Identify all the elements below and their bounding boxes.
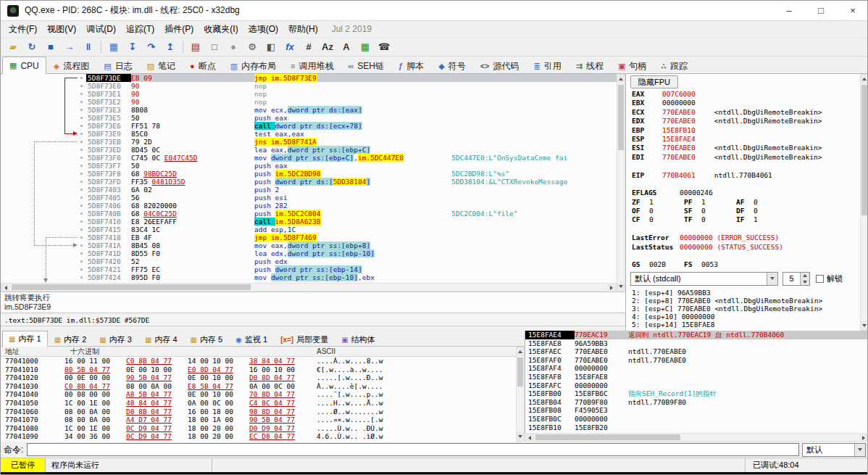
stack-row[interactable]: 15E8FAE4770EAC19返回到 ntdll.770EAC19 自 ntd… (525, 331, 868, 339)
dump-row[interactable]: 770410501C 00 1E 0048 84 04 770A 00 0C 0… (1, 399, 525, 408)
disasm-row[interactable]: 5D8F73ED8D45 0Clea eax,dword ptr ss:[ebp… (86, 146, 617, 154)
registers-v-scrollbar[interactable] (860, 74, 868, 331)
scroll-down-icon[interactable] (861, 321, 868, 330)
dump-row[interactable]: 7704107008 00 0A 00A4 D7 04 7718 00 1A 0… (1, 416, 525, 424)
menu-view[interactable]: 视图(V) (42, 22, 81, 36)
tab-cpu[interactable]: ▦CPU (2, 57, 46, 74)
disasm-h-scrollbar[interactable] (1, 283, 617, 292)
dump-row[interactable]: 7704106008 00 0A 00D8 8B 04 7716 00 18 0… (1, 408, 525, 416)
menu-favourites[interactable]: 收藏夹(I) (199, 22, 243, 36)
menu-plugins[interactable]: 插件(P) (159, 22, 199, 36)
dump-row[interactable]: 7704101080 5B 04 770E 00 10 00E0 8D 04 7… (1, 365, 525, 374)
dump-tab-locals[interactable]: [x=]局部变量 (274, 332, 335, 346)
tab-symbols[interactable]: ◆符号 (431, 58, 472, 73)
disassembly-view[interactable]: 5D8F73DEEB 09jmp im.5D8F73E95D8F73E090no… (1, 74, 617, 283)
hide-fpu-button[interactable]: 隐藏FPU (630, 75, 678, 88)
pause-icon[interactable]: ‖ (80, 39, 97, 55)
run-icon[interactable]: → (61, 39, 78, 55)
step-over-icon[interactable]: ↷ (143, 39, 160, 55)
scroll-up-icon[interactable] (617, 75, 625, 83)
tab-seh[interactable]: ∞SEH链 (341, 58, 392, 73)
dump-tab-memory-1[interactable]: ▦内存 1 (2, 331, 48, 347)
dump-row[interactable]: 7704100016 00 11 00C0 8B 04 7714 00 10 0… (1, 357, 525, 365)
cpu-chip-icon[interactable]: ▦ (356, 39, 374, 55)
minimize-button[interactable]: – (773, 1, 805, 21)
disasm-row[interactable]: 5D8F73E090nop (86, 82, 617, 90)
dump-tab-memory-2[interactable]: ▦内存 2 (48, 332, 93, 346)
disasm-row[interactable]: 5D8F74036A 02push 2 (86, 186, 617, 194)
tab-handles[interactable]: ▣句柄 (611, 58, 654, 73)
tab-source[interactable]: <>源代码 (473, 58, 527, 73)
scroll-thumb[interactable] (535, 434, 680, 440)
close-button[interactable]: × (837, 1, 868, 21)
dump-row[interactable]: 7704102000 0E 00 0090 5B 04 770E 00 10 0… (1, 373, 525, 382)
disasm-row[interactable]: 5D8F7421FF75 ECpush dword ptr ss:[ebp-14… (86, 265, 617, 273)
scroll-up-icon[interactable] (517, 347, 524, 356)
menu-help[interactable]: 帮助(H) (283, 22, 323, 36)
settings-gear-icon[interactable]: ⚙ (243, 39, 261, 55)
disasm-row[interactable]: 5D8F7418EB 4Fjmp im.5D8F7469 (86, 234, 617, 241)
chevron-down-icon[interactable] (854, 444, 865, 456)
stack-row[interactable]: 15E8FAEC770EABE0ntdll.770EABE0 (525, 347, 868, 356)
scroll-track[interactable] (861, 83, 868, 321)
log-icon[interactable]: ▤ (187, 39, 204, 55)
command-profile-select[interactable]: 默认 (802, 443, 866, 457)
disasm-row[interactable]: 5D8F73E6FF51 78call dword ptr ds:[ecx+78… (86, 122, 617, 130)
tab-graph[interactable]: ◈流程图 (46, 58, 96, 73)
tab-trace[interactable]: ∴跟踪 (654, 58, 695, 73)
scroll-thumb[interactable] (517, 358, 523, 387)
windows-icon[interactable]: □ (206, 39, 223, 55)
stack-row[interactable]: 15E8FAE896A59BB3 (525, 339, 868, 348)
disasm-row[interactable]: 5D8F741583C4 1Cadd esp,1C (86, 226, 617, 234)
dump-panel[interactable]: ▦内存 1▦内存 2▦内存 3▦内存 4▦内存 5◉监视 1[x=]局部变量▣结… (1, 331, 525, 442)
command-input[interactable] (27, 443, 799, 456)
dump-row[interactable]: 7704104000 08 00 00A8 5B 04 770E 00 10 0… (1, 390, 525, 399)
tab-notes[interactable]: ▨笔记 (140, 58, 183, 73)
dump-tab-watch-1[interactable]: ◉监视 1 (229, 332, 274, 346)
stack-row[interactable]: 15E8FAF815E8FAE8 (525, 373, 868, 381)
scroll-track[interactable] (534, 434, 859, 441)
tab-breakpoints[interactable]: ●断点 (183, 58, 223, 73)
stack-row[interactable]: 15E8FAF0770EABE0ntdll.770EABE0 (525, 356, 868, 365)
disasm-row[interactable]: 5D8F7410E8 26EEFAFFcall im.5D8A623B (86, 218, 617, 226)
disasm-v-scrollbar[interactable] (617, 74, 625, 292)
stack-row[interactable]: 15E8FB0C00000000 (525, 415, 868, 424)
stack-row[interactable]: 15E8FB08F45905E3 (525, 406, 868, 415)
run-to-return-icon[interactable]: ↥ (162, 39, 179, 55)
disasm-row[interactable]: 5D8F73E290nop (86, 98, 617, 106)
disasm-row[interactable]: 5D8F73DEEB 09jmp im.5D8F73E9 (86, 74, 617, 82)
stack-row[interactable]: 15E8FAF400000000 (525, 364, 868, 373)
menu-file[interactable]: 文件(F) (4, 22, 42, 36)
dump-tab-memory-3[interactable]: ▦内存 3 (93, 332, 138, 346)
scroll-track[interactable] (617, 83, 625, 282)
dump-v-scrollbar[interactable] (516, 347, 525, 442)
disasm-row[interactable]: 5D8F73F0C745 0C E047C45Dmov dword ptr ss… (86, 154, 617, 162)
stack-row[interactable]: 15E8FAFC00000000 (525, 381, 868, 390)
attach-icon[interactable]: ● (225, 39, 242, 55)
tab-references[interactable]: ≣引用 (527, 58, 569, 73)
dump-tab-struct[interactable]: ▣结构体 (335, 332, 381, 346)
disasm-row[interactable]: 5D8F742052push edx (86, 257, 617, 265)
stack-row[interactable]: 15E8FB04770B9F80ntdll.770B9F80 (525, 398, 868, 407)
menu-options[interactable]: 选项(O) (243, 22, 283, 36)
hash-icon[interactable]: # (300, 39, 317, 55)
spin-up-icon[interactable] (801, 273, 809, 279)
disasm-row[interactable]: 5D8F73F750push eax (86, 162, 617, 170)
calling-convention-select[interactable]: 默认 (stdcall) (630, 272, 778, 286)
dump-tab-memory-4[interactable]: ▦内存 4 (138, 332, 184, 346)
unlock-checkbox[interactable] (816, 275, 824, 283)
dump-row[interactable]: 7704109034 00 36 000C D9 04 7718 00 20 0… (1, 432, 525, 441)
tab-call-stack[interactable]: ≡调用堆栈 (283, 58, 341, 73)
args-count-spinner[interactable]: 5 (783, 272, 810, 286)
maximize-button[interactable]: □ (805, 1, 837, 21)
stop-icon[interactable]: ■ (42, 39, 59, 55)
scroll-down-icon[interactable] (517, 432, 524, 441)
disasm-row[interactable]: 5D8F73E38B08mov ecx,dword ptr ds:[eax] (86, 106, 617, 114)
disasm-row[interactable]: 5D8F73FDFF35 0481D35Dpush dword ptr ds:[… (86, 178, 617, 186)
menu-debug[interactable]: 调试(D) (81, 22, 121, 36)
memory-map-icon[interactable]: ▦ (105, 39, 122, 55)
scroll-track[interactable] (10, 284, 607, 291)
assemble-icon[interactable]: A (338, 39, 355, 55)
scroll-down-icon[interactable] (617, 282, 625, 291)
dump-row[interactable]: 77041030C0 8B 04 7708 00 0A 00E8 5B 04 7… (1, 382, 525, 391)
